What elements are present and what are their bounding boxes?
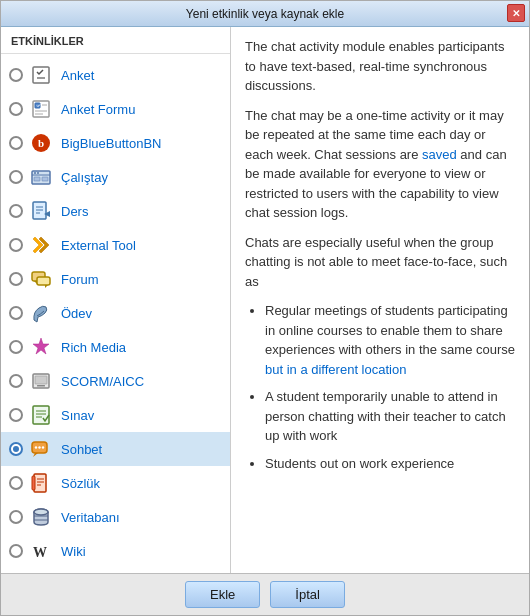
list-item[interactable]: b BigBlueButtonBN <box>1 126 230 160</box>
list-item[interactable]: Anket Formu <box>1 92 230 126</box>
list-item: Students out on work experience <box>265 454 515 474</box>
radio-sozluk[interactable] <box>9 476 23 490</box>
main-window: Yeni etkinlik veya kaynak ekle ✕ ETKİNLİ… <box>0 0 530 616</box>
sinav-icon <box>29 403 53 427</box>
svg-rect-27 <box>37 385 45 387</box>
svg-rect-0 <box>33 67 49 83</box>
list-item[interactable]: External Tool <box>1 228 230 262</box>
radio-bigblue[interactable] <box>9 136 23 150</box>
radio-forum[interactable] <box>9 272 23 286</box>
activities-list[interactable]: Anket Anket F <box>1 54 230 573</box>
bigblue-icon: b <box>29 131 53 155</box>
forum-icon <box>29 267 53 291</box>
list-item[interactable]: Anket <box>1 58 230 92</box>
ders-icon <box>29 199 53 223</box>
list-item: A student temporarily unable to attend i… <box>265 387 515 446</box>
bottom-bar: Ekle İptal <box>1 573 529 615</box>
scorm-label: SCORM/AICC <box>61 374 144 389</box>
list-item[interactable]: Sohbet <box>1 432 230 466</box>
svg-point-12 <box>37 172 39 174</box>
list-item[interactable]: Sözlük <box>1 466 230 500</box>
radio-anket-formu[interactable] <box>9 102 23 116</box>
forum-label: Forum <box>61 272 99 287</box>
svg-rect-28 <box>33 406 49 424</box>
radio-veritabani[interactable] <box>9 510 23 524</box>
scorm-icon <box>29 369 53 393</box>
svg-rect-38 <box>32 476 35 490</box>
list-item[interactable]: Ödev <box>1 296 230 330</box>
description-para-1: The chat activity module enables partici… <box>245 37 515 96</box>
description-list: Regular meetings of students participati… <box>245 301 515 473</box>
radio-ders[interactable] <box>9 204 23 218</box>
list-item[interactable]: SCORM/AICC <box>1 364 230 398</box>
anket-icon <box>29 63 53 87</box>
radio-calistay[interactable] <box>9 170 23 184</box>
svg-point-34 <box>35 446 37 448</box>
calistay-label: Çalıştay <box>61 170 108 185</box>
bigblue-label: BigBlueButtonBN <box>61 136 161 151</box>
veritabani-icon <box>29 505 53 529</box>
but-link: but in a different location <box>265 362 406 377</box>
sinav-label: Sınav <box>61 408 94 423</box>
radio-sohbet[interactable] <box>9 442 23 456</box>
radio-sinav[interactable] <box>9 408 23 422</box>
odev-icon <box>29 301 53 325</box>
list-item: Regular meetings of students participati… <box>265 301 515 379</box>
svg-point-11 <box>34 172 36 174</box>
sozluk-icon <box>29 471 53 495</box>
description-para-2: The chat may be a one-time activity or i… <box>245 106 515 223</box>
anket-formu-label: Anket Formu <box>61 102 135 117</box>
cancel-button[interactable]: İptal <box>270 581 345 608</box>
activities-header: ETKİNLİKLER <box>1 27 230 54</box>
svg-marker-24 <box>33 338 49 354</box>
svg-rect-22 <box>37 277 50 285</box>
ders-label: Ders <box>61 204 88 219</box>
veritabani-label: Veritabanı <box>61 510 120 525</box>
odev-label: Ödev <box>61 306 92 321</box>
radio-rich-media[interactable] <box>9 340 23 354</box>
wiki-label: Wiki <box>61 544 86 559</box>
svg-text:b: b <box>38 137 44 149</box>
sozluk-label: Sözlük <box>61 476 100 491</box>
radio-external[interactable] <box>9 238 23 252</box>
sohbet-label: Sohbet <box>61 442 102 457</box>
left-panel: ETKİNLİKLER Anket <box>1 27 231 573</box>
calistay-icon <box>29 165 53 189</box>
svg-rect-26 <box>35 376 47 384</box>
external-tool-label: External Tool <box>61 238 136 253</box>
anket-formu-icon <box>29 97 53 121</box>
close-button[interactable]: ✕ <box>507 4 525 22</box>
svg-rect-13 <box>34 177 40 181</box>
main-content: ETKİNLİKLER Anket <box>1 27 529 573</box>
list-item[interactable]: Rich Media <box>1 330 230 364</box>
anket-label: Anket <box>61 68 94 83</box>
list-item[interactable]: Sınav <box>1 398 230 432</box>
list-item[interactable]: W Wiki <box>1 534 230 568</box>
svg-rect-37 <box>34 474 46 492</box>
list-item[interactable]: Veritabanı <box>1 500 230 534</box>
list-item[interactable]: Çalıştay <box>1 160 230 194</box>
radio-scorm[interactable] <box>9 374 23 388</box>
svg-rect-14 <box>42 177 48 181</box>
svg-point-43 <box>34 509 48 515</box>
saved-link: saved <box>422 147 457 162</box>
svg-text:W: W <box>33 545 47 560</box>
window-title: Yeni etkinlik veya kaynak ekle <box>186 7 344 21</box>
add-button[interactable]: Ekle <box>185 581 260 608</box>
radio-anket[interactable] <box>9 68 23 82</box>
sohbet-icon <box>29 437 53 461</box>
svg-point-36 <box>42 446 44 448</box>
wiki-icon: W <box>29 539 53 563</box>
svg-point-35 <box>38 446 40 448</box>
external-tool-icon <box>29 233 53 257</box>
right-panel: The chat activity module enables partici… <box>231 27 529 573</box>
rich-media-label: Rich Media <box>61 340 126 355</box>
list-item[interactable]: Ders <box>1 194 230 228</box>
list-item[interactable]: Forum <box>1 262 230 296</box>
description-para-3: Chats are especially useful when the gro… <box>245 233 515 292</box>
title-bar: Yeni etkinlik veya kaynak ekle ✕ <box>1 1 529 27</box>
radio-odev[interactable] <box>9 306 23 320</box>
rich-media-icon <box>29 335 53 359</box>
radio-wiki[interactable] <box>9 544 23 558</box>
